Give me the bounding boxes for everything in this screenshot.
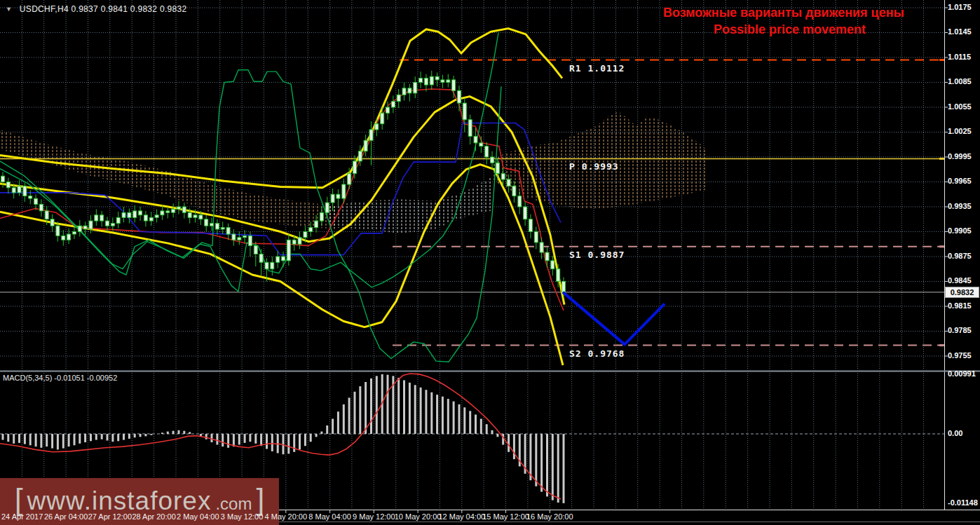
candle-body [111,224,114,226]
candle-body [447,80,450,83]
candle-body [188,212,191,217]
triangle-down-icon[interactable]: ▼ [6,6,12,13]
candle-body [557,269,560,282]
price-axis-label: 0.9875 [948,252,972,261]
candle-body [149,217,153,221]
time-axis-label: 26 Apr 04:00 [44,512,88,521]
time-axis-label: 15 May 12:00 [482,512,529,521]
chart-canvas[interactable] [0,0,980,525]
candle-body [485,146,489,157]
candle-body [424,79,428,86]
time-axis-label: 28 Apr 20:00 [132,512,175,521]
price-axis-label: 1.0145 [948,27,972,36]
candle-body [276,257,280,262]
level-label-s1: S1 0.9887 [569,250,625,260]
candle-body [463,103,466,120]
candle-body [271,262,274,269]
candle-body [501,174,505,179]
candle-body [89,221,93,229]
candle-body [155,215,158,218]
price-axis-label: 0.9935 [948,202,972,211]
price-axis-label: 1.0055 [948,102,972,111]
macd-axis-label: 0.00 [948,429,962,438]
candle-body [12,188,15,193]
candle-body [369,130,373,140]
level-label-s2: S2 0.9768 [569,348,625,359]
candle-body [83,226,87,229]
candle-body [452,80,456,90]
annotation-line-ru: Возможные варианты движения цены [663,6,904,20]
candle-body [172,210,175,213]
candle-body [414,83,417,93]
candle-body [468,120,472,137]
level-axis-mark [939,245,944,247]
price-axis-label: 1.0025 [948,127,972,136]
price-axis-label: 0.9965 [948,177,972,186]
candle-body [315,221,318,228]
time-axis-label: 8 May 04:00 [308,512,351,521]
level-axis-mark [939,344,944,346]
candle-body [353,161,357,174]
candle-body [364,140,367,151]
candle-body [18,186,21,193]
candle-body [67,234,71,240]
time-axis-label: 24 Apr 2017 [1,512,43,521]
price-axis-label: 0.9905 [948,226,972,236]
candle-body [292,240,296,244]
candle-body [474,136,477,143]
time-axis-label: 10 May 20:00 [395,512,442,521]
candle-body [320,212,323,221]
current-price-tag: 0.9832 [945,287,979,298]
candle-body [6,182,10,188]
candle-body [128,212,131,217]
candle-body [144,215,147,221]
level-axis-mark [939,158,944,160]
symbol-title: ▼ USDCHF,H4 0.9837 0.9841 0.9832 0.9832 [6,4,186,14]
macd-axis-label: -0.01148 [948,498,978,507]
candle-body [248,236,252,245]
candle-body [122,212,125,217]
candle-body [458,90,461,103]
candle-body [287,240,290,261]
price-axis-label: 0.9815 [948,301,972,311]
candle-body [182,207,186,212]
candle-body [507,179,510,186]
candle-body [215,224,219,229]
price-axis-label: 0.9995 [948,152,972,161]
candle-body [95,215,98,221]
candle-body [529,219,532,232]
candle-body [491,157,494,163]
candle-body [29,196,32,199]
grid-layer [0,0,944,510]
candle-body [524,207,527,219]
time-axis-label: 27 Apr 12:00 [88,512,132,521]
candle-body [161,211,164,215]
candle-body [408,88,411,93]
candle-body [45,211,48,219]
candle-body [512,186,516,196]
candle-body [441,80,444,83]
candle-body [282,257,285,261]
candle-body [205,219,208,226]
time-axis-label: 2 May 04:00 [177,512,219,521]
candle-body [254,246,257,254]
price-axis-label: 1.0085 [948,77,972,86]
candle-body [73,232,76,235]
candle-body [518,196,522,207]
candle-body [177,207,181,210]
candle-body [1,176,5,182]
candle-body [226,228,230,235]
candle-body [62,236,65,240]
candle-body [221,228,224,229]
candle-body [435,76,439,80]
candle-body [562,282,566,292]
price-axis-label: 0.9755 [948,351,972,360]
candle-body [78,226,81,231]
candle-body [23,186,27,196]
candle-body [325,203,329,212]
candle-body [386,107,390,113]
candle-body [166,211,170,212]
candle-body [402,88,406,95]
annotation-line-en: Possible price movement [714,22,866,37]
candle-body [50,219,54,226]
